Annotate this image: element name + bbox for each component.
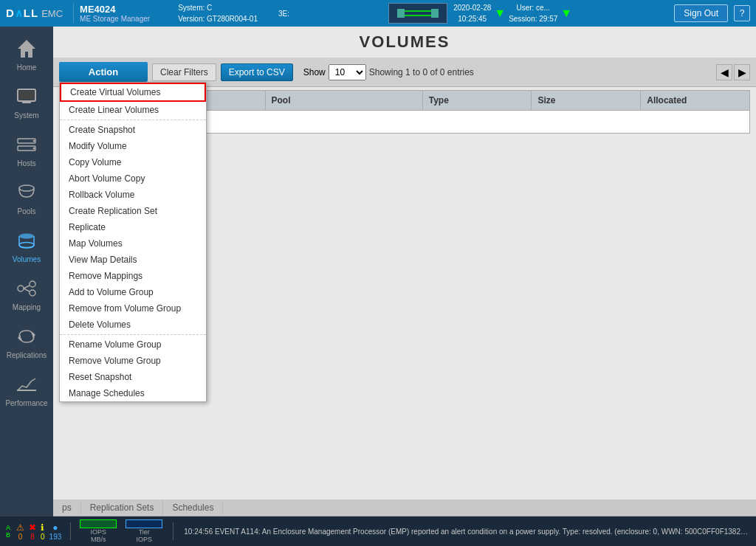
- divider-2: [60, 334, 206, 335]
- tabs-row: ps Replication Sets Schedules: [53, 500, 756, 516]
- mapping-icon: [13, 275, 40, 302]
- menu-item-abort-volume-copy[interactable]: Abort Volume Copy: [60, 170, 206, 187]
- header: D∧LL EMC ME4024 ME Storage Manager Syste…: [0, 0, 756, 27]
- svg-rect-3: [431, 13, 439, 18]
- svg-point-17: [18, 286, 24, 291]
- svg-point-11: [33, 140, 35, 142]
- next-page-button[interactable]: ▶: [734, 64, 750, 80]
- sidebar-item-volumes[interactable]: Volumes: [0, 221, 53, 269]
- performance-icon: [13, 371, 40, 398]
- prev-page-button[interactable]: ◀: [716, 64, 732, 80]
- tab-schedules[interactable]: Schedules: [163, 500, 223, 516]
- header-datetime: 2020-02-28 10:25:45: [453, 2, 491, 24]
- hosts-icon: [13, 131, 40, 158]
- action-container: Action Create Virtual Volumes Create Lin…: [59, 62, 148, 82]
- status-text: 10:24:56 EVENT A114: An Enclosure Manage…: [184, 528, 750, 536]
- pools-icon: [13, 179, 40, 206]
- menu-item-view-map-details[interactable]: View Map Details: [60, 252, 206, 268]
- count-icon: ●: [52, 522, 58, 533]
- menu-item-reset-snapshot[interactable]: Reset Snapshot: [60, 369, 206, 385]
- menu-item-create-linear-volumes[interactable]: Create Linear Volumes: [60, 102, 206, 118]
- svg-point-15: [19, 234, 34, 239]
- page-title-area: VOLUMES: [53, 27, 756, 58]
- export-csv-button[interactable]: Export to CSV: [221, 63, 293, 81]
- menu-item-create-replication-set[interactable]: Create Replication Set: [60, 203, 206, 219]
- header-device: ME4024 ME Storage Manager: [73, 4, 150, 23]
- svg-rect-24: [17, 390, 36, 391]
- show-label: Show: [303, 67, 326, 77]
- status-indicators: ⚠ 0 ✖ 8 ℹ 0 ● 193: [16, 522, 61, 541]
- sidebar-item-home[interactable]: Home: [0, 30, 53, 77]
- header-network-visual: [388, 3, 447, 24]
- iops-bar: [80, 519, 117, 528]
- warning-icon: ⚠: [16, 522, 24, 533]
- menu-item-remove-from-volume-group[interactable]: Remove from Volume Group: [60, 300, 206, 317]
- header-user-session: User: ce... Session: 29:57: [509, 2, 557, 24]
- col-header-allocated: Allocated: [641, 91, 749, 110]
- header-center: 2020-02-28 10:25:45 ▼ User: ce... Sessio…: [295, 2, 668, 24]
- header-controller: 3E:: [278, 10, 289, 18]
- svg-rect-9: [22, 101, 31, 103]
- header-system: System: C Version: GT280R004-01: [178, 2, 258, 24]
- action-dropdown-menu: Create Virtual Volumes Create Linear Vol…: [59, 82, 207, 402]
- sidebar-item-replications[interactable]: Replications: [0, 317, 53, 365]
- svg-line-21: [24, 288, 30, 291]
- info-icon: ℹ: [41, 522, 44, 533]
- clear-filters-button[interactable]: Clear Filters: [152, 63, 216, 81]
- menu-item-remove-mappings[interactable]: Remove Mappings: [60, 268, 206, 284]
- menu-item-add-to-volume-group[interactable]: Add to Volume Group: [60, 284, 206, 300]
- sidebar-item-pools[interactable]: Pools: [0, 173, 53, 221]
- menu-item-modify-volume[interactable]: Modify Volume: [60, 138, 206, 154]
- toolbar: Action Create Virtual Volumes Create Lin…: [53, 58, 756, 87]
- action-button[interactable]: Action: [59, 62, 148, 82]
- volumes-icon: [13, 227, 40, 254]
- svg-point-19: [30, 290, 35, 296]
- menu-item-rollback-volume[interactable]: Rollback Volume: [60, 187, 206, 203]
- sidebar-item-system[interactable]: System: [0, 77, 53, 125]
- svg-rect-12: [18, 146, 35, 151]
- menu-item-manage-schedules[interactable]: Manage Schedules: [60, 385, 206, 401]
- col-header-pool: Pool: [266, 91, 423, 110]
- system-icon: [13, 83, 40, 110]
- menu-item-create-virtual-volumes[interactable]: Create Virtual Volumes: [60, 83, 206, 102]
- menu-item-replicate[interactable]: Replicate: [60, 219, 206, 235]
- status-divider: [70, 522, 71, 540]
- svg-point-14: [19, 185, 34, 191]
- help-button[interactable]: ?: [734, 5, 750, 21]
- svg-rect-2: [431, 9, 439, 13]
- svg-rect-8: [19, 91, 34, 100]
- pagination: ◀ ▶: [716, 64, 750, 80]
- divider-1: [60, 120, 206, 120]
- menu-item-remove-volume-group[interactable]: Remove Volume Group: [60, 353, 206, 369]
- indicator-count: ● 193: [49, 522, 62, 541]
- menu-item-delete-volumes[interactable]: Delete Volumes: [60, 317, 206, 333]
- sidebar-item-performance[interactable]: Performance: [0, 365, 53, 413]
- menu-item-map-volumes[interactable]: Map Volumes: [60, 235, 206, 252]
- status-divider2: [173, 522, 173, 540]
- tab-ps[interactable]: ps: [53, 500, 81, 516]
- sidebar-item-mapping[interactable]: Mapping: [0, 269, 53, 317]
- sidebar-item-hosts[interactable]: Hosts: [0, 125, 53, 173]
- ab-indicator: A B: [6, 524, 10, 539]
- entries-text: Showing 1 to 0 of 0 entries: [369, 67, 474, 77]
- menu-item-create-snapshot[interactable]: Create Snapshot: [60, 122, 206, 138]
- sign-out-button[interactable]: Sign Out: [674, 4, 728, 22]
- svg-point-13: [33, 148, 35, 150]
- main-content: VOLUMES Action Create Virtual Volumes Cr…: [53, 27, 756, 516]
- menu-item-rename-volume-group[interactable]: Rename Volume Group: [60, 336, 206, 353]
- svg-line-20: [24, 286, 30, 288]
- svg-marker-6: [18, 40, 35, 58]
- svg-rect-0: [397, 9, 405, 13]
- arrow-down-icon2: ▼: [560, 7, 572, 20]
- page-title: VOLUMES: [360, 32, 450, 51]
- svg-point-18: [30, 281, 35, 287]
- show-select[interactable]: 10 25 50 100: [329, 64, 366, 80]
- col-header-type: Type: [423, 91, 532, 110]
- show-area: Show 10 25 50 100 Showing 1 to 0 of 0 en…: [303, 64, 474, 80]
- indicator-info: ℹ 0: [41, 522, 45, 541]
- tier-area: Tier IOPS: [126, 519, 162, 543]
- arrow-down-icon: ▼: [494, 7, 506, 20]
- tab-replication-sets[interactable]: Replication Sets: [81, 500, 164, 516]
- svg-rect-10: [18, 139, 35, 143]
- menu-item-copy-volume[interactable]: Copy Volume: [60, 154, 206, 170]
